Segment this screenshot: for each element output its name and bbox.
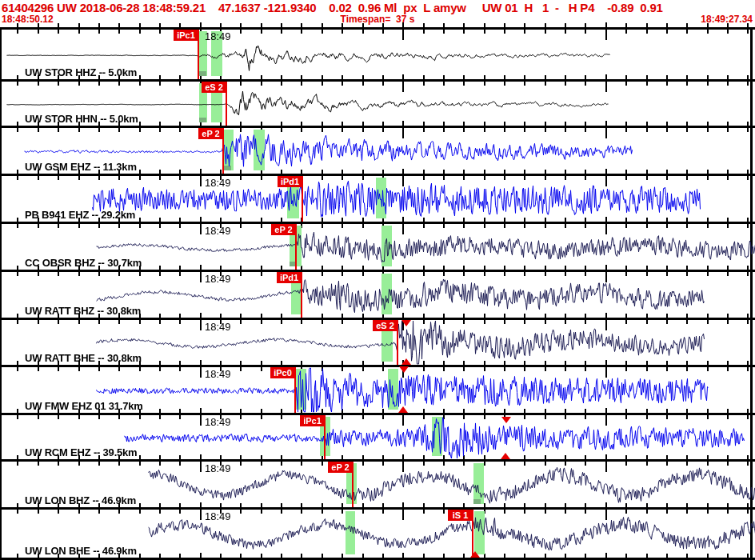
phase-pick-flag[interactable]: iS 1 — [448, 510, 473, 521]
phase-pick-flag[interactable]: eP 2 — [328, 462, 353, 473]
s-arrival-marker[interactable] — [501, 417, 511, 423]
trace-row: 18:49iPc0UW FMW EHZ 01 31.7km — [0, 367, 755, 413]
s-arrival-marker[interactable] — [501, 453, 510, 459]
time-tick-label: 18:49 — [205, 510, 231, 522]
time-tick-label: 18:49 — [205, 416, 231, 428]
station-label: UW LON BHZ -- 46.9km — [25, 494, 136, 506]
trace-row: 18:49iPc1UW STOR HHZ -- 5.0km — [0, 30, 755, 79]
station-label: UW RATT BHZ -- 30.8km — [25, 305, 141, 317]
trace-row: eP 2UW GSM EHZ -- 11.3km — [0, 128, 755, 174]
time-tick-label: 18:49 — [205, 462, 231, 474]
station-label: UW STOR HHN -- 5.0km — [25, 113, 138, 125]
phase-pick-flag[interactable]: iPd1 — [277, 272, 302, 283]
trace-row: 18:49iPd1UW RATT BHZ -- 30.8km — [0, 272, 755, 318]
station-label: UW RATT BHE -- 30.8km — [25, 352, 142, 364]
s-arrival-marker[interactable] — [401, 358, 411, 365]
phase-pick-flag[interactable]: eS 2 — [202, 82, 226, 93]
seismogram-viewer: 61404296 UW 2018-06-28 18:48:59.21 47.16… — [0, 0, 755, 560]
station-label: UW GSM EHZ -- 11.3km — [25, 161, 137, 173]
station-label: UW RCM EHZ -- 39.5km — [25, 446, 137, 458]
trace-row: 18:49eS 2UW RATT BHE -- 30.8km — [0, 320, 755, 365]
time-tick-label: 18:49 — [205, 30, 231, 42]
trace-plot-area: 18:49iPc1UW STOR HHZ -- 5.0kmeS 2UW STOR… — [0, 0, 755, 560]
s-arrival-marker[interactable] — [470, 551, 480, 558]
time-tick-label: 18:49 — [205, 321, 231, 333]
trace-row: 18:49eP 2CC OBSR BHZ -- 30.7km — [0, 224, 755, 270]
trace-row: 18:49iPc1UW RCM EHZ -- 39.5km — [0, 415, 755, 459]
time-tick-label: 18:49 — [205, 177, 231, 189]
trace-row: eS 2UW STOR HHN -- 5.0km — [0, 82, 755, 126]
time-tick-label: 18:49 — [205, 225, 231, 237]
s-arrival-marker[interactable] — [401, 320, 411, 326]
phase-pick-flag[interactable]: eP 2 — [271, 224, 296, 235]
trace-row: 18:49iS 1UW LON BHE -- 46.9km — [0, 510, 755, 558]
phase-pick-flag[interactable]: iPc1 — [300, 415, 325, 426]
station-label: CC OBSR BHZ -- 30.7km — [25, 257, 142, 269]
phase-pick-flag[interactable]: eP 2 — [198, 128, 223, 139]
phase-pick-flag[interactable]: iPc1 — [174, 30, 198, 41]
trace-row: 18:49eP 2UW LON BHZ -- 46.9km — [0, 462, 755, 507]
station-label: UW FMW EHZ 01 31.7km — [25, 400, 143, 412]
s-arrival-marker[interactable] — [399, 366, 409, 373]
time-tick-label: 18:49 — [205, 368, 231, 380]
s-arrival-marker[interactable] — [398, 406, 408, 413]
station-label: UW LON BHE -- 46.9km — [25, 545, 137, 557]
station-label: UW STOR HHZ -- 5.0km — [25, 66, 137, 78]
phase-pick-flag[interactable]: iPc0 — [270, 367, 295, 378]
time-tick-label: 18:49 — [205, 273, 231, 285]
trace-row: 18:49iPd1PB B941 EHZ -- 29.2km — [0, 176, 755, 222]
station-label: PB B941 EHZ -- 29.2km — [25, 209, 135, 221]
phase-pick-flag[interactable]: eS 2 — [373, 320, 397, 331]
phase-pick-flag[interactable]: iPd1 — [278, 176, 302, 187]
